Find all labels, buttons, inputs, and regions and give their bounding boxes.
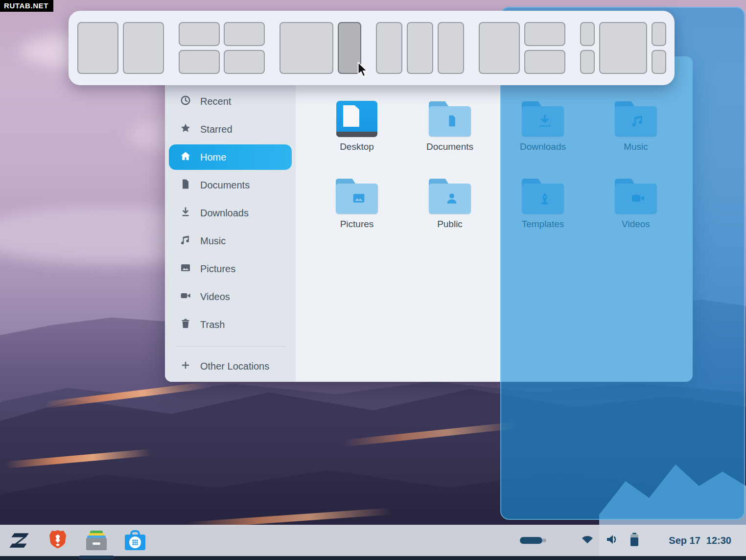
- folder-item-documents[interactable]: Documents: [403, 100, 496, 178]
- sidebar-item-pictures[interactable]: Pictures: [169, 256, 292, 281]
- sidebar-item-label: Videos: [200, 291, 230, 303]
- folder-label: Public: [437, 219, 463, 230]
- tile-region-top-left[interactable]: [179, 22, 220, 46]
- date-label: Sep 17: [669, 535, 700, 546]
- tile-region-left[interactable]: [77, 22, 118, 74]
- documents-folder-icon: [429, 100, 471, 138]
- sidebar-item-label: Trash: [200, 319, 225, 330]
- sidebar-divider: [176, 346, 285, 347]
- battery-icon[interactable]: [629, 532, 639, 549]
- files-running-indicator: [79, 556, 114, 559]
- sidebar-item-starred[interactable]: Starred: [169, 117, 292, 142]
- sidebar-item-downloads[interactable]: Downloads: [169, 200, 292, 226]
- tile-layout-center-main-side-quarters[interactable]: [580, 22, 666, 74]
- tile-region-bottom-right[interactable]: [524, 50, 565, 74]
- folder-item-public[interactable]: Public: [403, 178, 496, 255]
- brave-browser-icon: [47, 529, 68, 552]
- folder-label: Pictures: [340, 219, 374, 230]
- sidebar-item-label: Music: [200, 235, 226, 247]
- document-icon: [180, 178, 191, 192]
- sidebar-item-documents[interactable]: Documents: [169, 172, 292, 198]
- files-app-button[interactable]: [85, 529, 108, 552]
- tile-region-top-right[interactable]: [652, 22, 666, 46]
- pictures-folder-icon: [336, 178, 378, 215]
- tile-region-right[interactable]: [438, 22, 464, 74]
- workspace-active-indicator[interactable]: [520, 537, 542, 544]
- taskbar: Sep 17 12:30: [0, 525, 746, 556]
- sidebar-item-label: Downloads: [200, 208, 249, 219]
- watermark-label: RUTAB.NET: [0, 0, 53, 12]
- tile-layout-wide-left-narrow-right[interactable]: [280, 22, 361, 74]
- sidebar-item-label: Other Locations: [200, 361, 269, 372]
- music-note-icon: [180, 234, 191, 248]
- sidebar-item-label: Starred: [200, 124, 233, 135]
- sidebar-item-music[interactable]: Music: [169, 228, 292, 254]
- public-folder-icon: [429, 178, 471, 215]
- download-icon: [180, 206, 191, 220]
- tile-region-top-right[interactable]: [224, 22, 265, 46]
- tile-region-bottom-left[interactable]: [179, 50, 220, 74]
- desktop-folder-icon: [336, 100, 378, 138]
- image-icon: [180, 262, 191, 276]
- sidebar-item-other-locations[interactable]: Other Locations: [169, 353, 292, 379]
- tile-region-center[interactable]: [407, 22, 433, 74]
- wifi-icon[interactable]: [581, 534, 594, 547]
- sidebar-item-trash[interactable]: Trash: [169, 312, 292, 337]
- tiling-layout-popup: [69, 11, 675, 85]
- date-time[interactable]: Sep 17 12:30: [669, 535, 731, 546]
- zorin-menu-button[interactable]: [8, 529, 30, 552]
- tile-region-top-left[interactable]: [580, 22, 595, 46]
- tile-region-bottom-right[interactable]: [652, 50, 666, 74]
- plus-icon: [180, 359, 191, 373]
- video-camera-icon: [180, 290, 191, 303]
- desktop: RUTAB.NET × Recent Starred Home: [0, 0, 746, 560]
- tile-region-center[interactable]: [599, 22, 647, 74]
- tile-layout-two-columns[interactable]: [77, 22, 164, 74]
- file-manager-sidebar: Recent Starred Home Documents Downloads: [165, 56, 296, 382]
- tile-region-right[interactable]: [123, 22, 164, 74]
- tile-region-left[interactable]: [376, 22, 402, 74]
- files-app-icon: [86, 531, 107, 550]
- sidebar-item-videos[interactable]: Videos: [169, 284, 292, 309]
- volume-icon[interactable]: [605, 533, 619, 548]
- workspace-inactive-indicator[interactable]: [542, 538, 546, 542]
- star-icon: [180, 122, 191, 136]
- time-label: 12:30: [706, 535, 731, 546]
- folder-item-desktop[interactable]: Desktop: [310, 100, 403, 178]
- tile-layout-wide-left-stacked-right[interactable]: [479, 22, 565, 74]
- brave-browser-button[interactable]: [47, 529, 69, 552]
- workspace-switcher[interactable]: [520, 537, 546, 544]
- clock-icon: [180, 94, 191, 108]
- tile-region-wide-left[interactable]: [280, 22, 333, 74]
- tile-region-top-right[interactable]: [524, 22, 565, 46]
- sidebar-item-label: Pictures: [200, 263, 235, 275]
- tile-region-bottom-right[interactable]: [224, 50, 265, 74]
- tile-region-bottom-left[interactable]: [580, 50, 595, 74]
- folder-label: Documents: [426, 141, 473, 152]
- sidebar-item-recent[interactable]: Recent: [169, 89, 292, 114]
- home-icon: [180, 150, 191, 164]
- zorin-logo-icon: [8, 531, 30, 550]
- taskbar-app-launchers: [0, 529, 146, 552]
- tile-layout-three-columns[interactable]: [376, 22, 464, 74]
- trash-icon: [180, 318, 191, 331]
- software-store-icon: [124, 530, 146, 551]
- folder-label: Desktop: [340, 141, 374, 152]
- sidebar-item-label: Home: [200, 152, 226, 163]
- folder-item-pictures[interactable]: Pictures: [310, 178, 403, 255]
- tile-layout-grid-2x2[interactable]: [179, 22, 265, 74]
- tile-region-wide-left[interactable]: [479, 22, 520, 74]
- sidebar-item-home[interactable]: Home: [169, 144, 292, 170]
- sidebar-item-label: Recent: [200, 96, 231, 107]
- software-store-button[interactable]: [124, 529, 146, 552]
- sidebar-item-label: Documents: [200, 180, 250, 191]
- taskbar-system-tray: Sep 17 12:30: [520, 532, 746, 549]
- mouse-cursor: [356, 62, 371, 80]
